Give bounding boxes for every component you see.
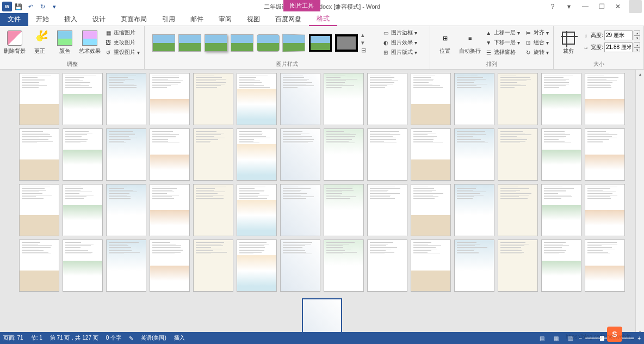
page-thumbnail[interactable] [541, 184, 581, 236]
page-thumbnail[interactable] [106, 128, 146, 181]
picture-style-2[interactable] [178, 34, 201, 52]
send-backward-button[interactable]: ▼下移一层 ▾ [484, 38, 521, 47]
align-button[interactable]: ⊨对齐 ▾ [523, 28, 550, 37]
compress-pictures-button[interactable]: ▦压缩图片 [103, 28, 141, 37]
page-thumbnail[interactable] [150, 128, 190, 181]
picture-style-4[interactable] [231, 34, 253, 52]
page-thumbnail[interactable] [541, 73, 581, 125]
page-thumbnail[interactable] [454, 128, 494, 181]
page-thumbnail[interactable] [541, 239, 581, 292]
page-thumbnail[interactable] [324, 184, 364, 236]
tab-format[interactable]: 格式 [309, 13, 337, 26]
document-area[interactable]: ▴ ▾ [0, 70, 644, 336]
picture-style-5[interactable] [257, 34, 280, 52]
page-thumbnail[interactable] [19, 73, 59, 125]
group-button[interactable]: ⊡组合 ▾ [523, 38, 550, 47]
height-up[interactable]: ▴ [634, 30, 640, 35]
page-thumbnail[interactable] [411, 73, 451, 125]
page-thumbnail[interactable] [324, 239, 364, 292]
picture-style-3[interactable] [205, 34, 227, 52]
page-thumbnail[interactable] [585, 184, 625, 236]
page-thumbnail[interactable] [63, 73, 103, 125]
page-thumbnail[interactable] [280, 128, 320, 181]
page-thumbnail[interactable] [19, 239, 59, 292]
page-thumbnail[interactable] [585, 239, 625, 292]
user-avatar[interactable] [629, 0, 642, 13]
view-read-mode[interactable]: ▤ [536, 334, 547, 342]
page-thumbnail[interactable] [237, 184, 277, 236]
page-thumbnail[interactable] [280, 239, 320, 292]
status-word-count[interactable]: 0 个字 [106, 334, 121, 342]
restore-icon[interactable]: ❐ [594, 1, 609, 12]
picture-style-7[interactable] [309, 34, 332, 52]
page-thumbnail[interactable] [498, 128, 538, 181]
scroll-up-button[interactable]: ▴ [636, 70, 644, 78]
ribbon-options-icon[interactable]: ▾ [561, 1, 577, 12]
page-thumbnail[interactable] [498, 73, 538, 125]
position-button[interactable]: ⊞ 位置 [434, 28, 456, 54]
page-thumbnail[interactable] [237, 73, 277, 125]
page-thumbnail[interactable] [585, 73, 625, 125]
artistic-effects-button[interactable]: 艺术效果 [78, 28, 101, 54]
status-language[interactable]: 英语(美国) [141, 334, 166, 342]
page-thumbnail[interactable] [193, 128, 233, 181]
page-thumbnail[interactable] [19, 128, 59, 181]
tab-baidu[interactable]: 百度网盘 [268, 13, 309, 26]
page-thumbnail[interactable] [324, 128, 364, 181]
page-thumbnail[interactable] [237, 239, 277, 292]
status-page-of[interactable]: 第 71 页，共 127 页 [50, 334, 98, 342]
page-thumbnail-selected[interactable] [302, 298, 342, 336]
page-thumbnail[interactable] [367, 128, 407, 181]
page-thumbnail[interactable] [498, 239, 538, 292]
view-print-layout[interactable]: ▦ [550, 334, 561, 342]
page-thumbnail[interactable] [585, 128, 625, 181]
page-thumbnail[interactable] [280, 184, 320, 236]
page-thumbnail[interactable] [454, 239, 494, 292]
picture-border-button[interactable]: ▭图片边框 ▾ [381, 28, 418, 37]
page-thumbnail[interactable] [63, 128, 103, 181]
tab-design[interactable]: 设计 [85, 13, 113, 26]
page-thumbnail[interactable] [63, 239, 103, 292]
change-picture-button[interactable]: 🖼更改图片 [103, 38, 141, 47]
page-thumbnail[interactable] [367, 239, 407, 292]
status-insert-mode[interactable]: 插入 [174, 334, 185, 342]
tab-file[interactable]: 文件 [0, 13, 28, 26]
width-input[interactable] [604, 42, 633, 52]
picture-style-1[interactable] [152, 34, 175, 52]
tab-layout[interactable]: 页面布局 [113, 13, 154, 26]
page-thumbnail[interactable] [367, 184, 407, 236]
tab-review[interactable]: 审阅 [211, 13, 239, 26]
color-button[interactable]: 颜色 [53, 28, 76, 54]
page-thumbnail[interactable] [454, 73, 494, 125]
tab-references[interactable]: 引用 [154, 13, 183, 26]
page-thumbnail[interactable] [498, 184, 538, 236]
picture-layout-button[interactable]: ⊞图片版式 ▾ [381, 48, 418, 57]
gallery-more-button[interactable]: ▴▾⊟ [361, 32, 370, 54]
tab-mailings[interactable]: 邮件 [183, 13, 211, 26]
height-input[interactable] [604, 30, 633, 40]
rotate-button[interactable]: ↻旋转 ▾ [523, 48, 550, 57]
page-thumbnail[interactable] [411, 128, 451, 181]
status-spellcheck-icon[interactable]: ✎ [129, 335, 133, 341]
status-section[interactable]: 节: 1 [31, 334, 42, 342]
picture-style-6[interactable] [282, 34, 305, 52]
page-thumbnail[interactable] [193, 73, 233, 125]
width-down[interactable]: ▾ [634, 47, 640, 52]
page-thumbnail[interactable] [150, 184, 190, 236]
page-thumbnail[interactable] [367, 73, 407, 125]
page-thumbnail[interactable] [324, 73, 364, 125]
undo-icon[interactable]: ↶ [25, 1, 36, 12]
minimize-icon[interactable]: — [578, 1, 593, 12]
redo-icon[interactable]: ↻ [37, 1, 48, 12]
tab-view[interactable]: 视图 [239, 13, 268, 26]
page-thumbnail[interactable] [193, 239, 233, 292]
page-thumbnail[interactable] [280, 73, 320, 125]
save-icon[interactable]: 💾 [13, 1, 24, 12]
remove-background-button[interactable]: 删除背景 [3, 28, 26, 54]
page-thumbnail[interactable] [63, 184, 103, 236]
qat-dropdown-icon[interactable]: ▾ [49, 1, 60, 12]
page-thumbnail[interactable] [193, 184, 233, 236]
vertical-scrollbar[interactable]: ▴ ▾ [635, 70, 644, 336]
tab-insert[interactable]: 插入 [57, 13, 85, 26]
bring-forward-button[interactable]: ▲上移一层 ▾ [484, 28, 521, 37]
